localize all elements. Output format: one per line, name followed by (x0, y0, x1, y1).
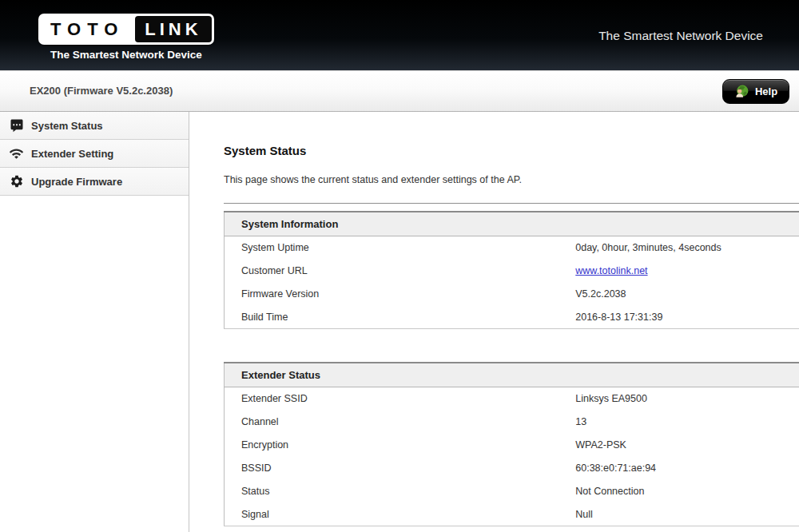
row-label: Customer URL (225, 260, 576, 283)
row-label: Extender SSID (225, 387, 576, 411)
chat-icon (9, 118, 24, 133)
sidebar-item-upgrade-firmware[interactable]: Upgrade Firmware (0, 168, 189, 196)
row-value: Linksys EA9500 (575, 387, 799, 411)
header-tagline: The Smartest Network Device (598, 29, 763, 43)
row-label: System Uptime (225, 236, 576, 260)
router-admin-page: TOTO LINK The Smartest Network Device Th… (0, 0, 799, 532)
table-row: Customer URL www.totolink.net (225, 260, 799, 283)
page-title: System Status (224, 144, 799, 157)
table-row: Extender SSID Linksys EA9500 (225, 387, 799, 411)
table-row: Signal Null (225, 503, 799, 526)
row-label: Signal (225, 503, 576, 526)
customer-url-link[interactable]: www.totolink.net (575, 265, 647, 276)
toolbar: EX200 (Firmware V5.2c.2038) Help (0, 70, 799, 112)
wifi-icon (9, 146, 24, 161)
sidebar: System Status Extender Setting Upgrade F… (0, 112, 189, 532)
row-label: BSSID (225, 457, 576, 480)
help-button[interactable]: Help (722, 79, 789, 104)
device-firmware-label: EX200 (Firmware V5.2c.2038) (30, 85, 173, 97)
row-value: 60:38:e0:71:ae:94 (575, 457, 799, 480)
help-icon (734, 84, 749, 99)
row-label: Encryption (225, 434, 576, 457)
page-description: This page shows the current status and e… (224, 174, 799, 185)
logo-toto-text: TOTO (41, 16, 135, 42)
brand-header: TOTO LINK The Smartest Network Device Th… (0, 0, 799, 70)
divider (224, 203, 799, 204)
table-title: System Information (225, 212, 799, 236)
gear-icon (9, 174, 24, 189)
table-title: Extender Status (225, 363, 799, 387)
row-value: Null (575, 503, 799, 526)
totolink-logo-box: TOTO LINK (38, 14, 214, 45)
body-row: System Status Extender Setting Upgrade F… (0, 112, 799, 532)
totolink-logo: TOTO LINK The Smartest Network Device (38, 14, 214, 61)
help-button-label: Help (755, 85, 777, 97)
logo-link-text: LINK (135, 16, 211, 42)
row-value: 0day, 0hour, 3minutes, 4seconds (575, 236, 799, 260)
row-value: www.totolink.net (575, 260, 799, 283)
table-row: Build Time 2016-8-13 17:31:39 (225, 306, 799, 329)
sidebar-item-label: Extender Setting (31, 148, 113, 160)
row-label: Status (225, 480, 576, 503)
row-value: 2016-8-13 17:31:39 (575, 306, 799, 329)
row-label: Firmware Version (225, 283, 576, 306)
sidebar-item-label: Upgrade Firmware (31, 176, 122, 188)
table-row: Encryption WPA2-PSK (225, 434, 799, 457)
table-row: Channel 13 (225, 411, 799, 434)
table-row: Firmware Version V5.2c.2038 (225, 283, 799, 306)
system-information-table: System Information System Uptime 0day, 0… (224, 211, 799, 329)
row-value: 13 (575, 411, 799, 434)
table-row: System Uptime 0day, 0hour, 3minutes, 4se… (225, 236, 799, 260)
table-row: Status Not Connection (225, 480, 799, 503)
row-value: WPA2-PSK (575, 434, 799, 457)
row-value: V5.2c.2038 (575, 283, 799, 306)
row-label: Build Time (225, 306, 576, 329)
main-content: System Status This page shows the curren… (189, 112, 799, 532)
sidebar-item-system-status[interactable]: System Status (0, 112, 189, 140)
row-value: Not Connection (575, 480, 799, 503)
logo-tagline: The Smartest Network Device (50, 49, 214, 61)
row-label: Channel (225, 411, 576, 434)
sidebar-item-label: System Status (31, 120, 103, 132)
table-row: BSSID 60:38:e0:71:ae:94 (225, 457, 799, 480)
sidebar-item-extender-setting[interactable]: Extender Setting (0, 140, 189, 168)
extender-status-table: Extender Status Extender SSID Linksys EA… (224, 362, 799, 526)
